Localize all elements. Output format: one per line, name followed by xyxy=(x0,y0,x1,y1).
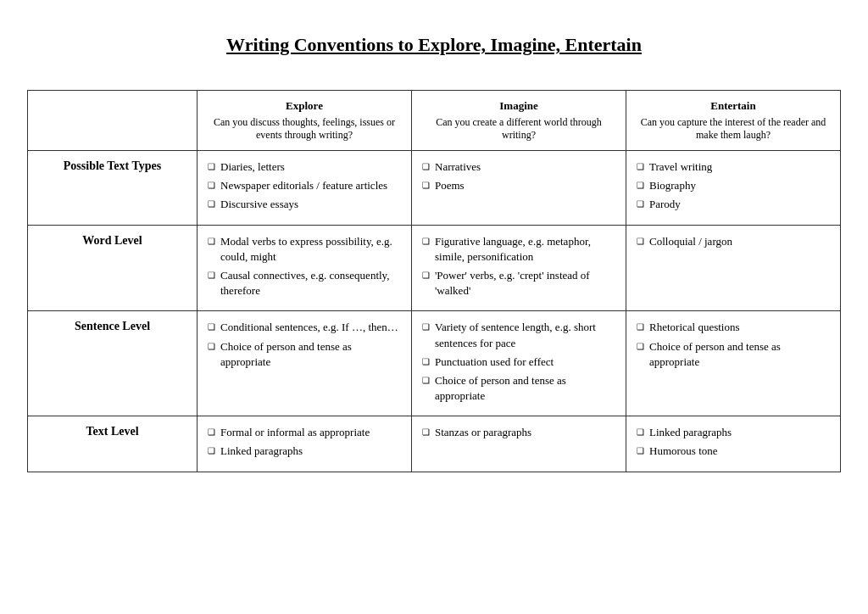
row-label-2: Sentence Level xyxy=(28,311,198,416)
list-item: Linked paragraphs xyxy=(637,425,830,440)
list-item: Newspaper editorials / feature articles xyxy=(208,178,401,193)
table-row: Sentence LevelConditional sentences, e.g… xyxy=(28,311,841,416)
cell-entertain-0: Travel writingBiographyParody xyxy=(626,151,841,226)
page-title: Writing Conventions to Explore, Imagine,… xyxy=(226,34,642,56)
cell-explore-1: Modal verbs to express possibility, e.g.… xyxy=(198,225,412,311)
cell-explore-3: Formal or informal as appropriateLinked … xyxy=(198,416,412,472)
conventions-table: Explore Can you discuss thoughts, feelin… xyxy=(27,90,841,472)
header-explore: Explore Can you discuss thoughts, feelin… xyxy=(198,91,412,151)
list-item: Choice of person and tense as appropriat… xyxy=(422,373,615,404)
list-item: Colloquial / jargon xyxy=(637,234,830,249)
list-item: Rhetorical questions xyxy=(637,320,830,335)
imagine-subtitle: Can you create a different world through… xyxy=(422,116,615,142)
row-label-3: Text Level xyxy=(28,416,198,472)
row-label-0: Possible Text Types xyxy=(28,151,198,226)
explore-label: Explore xyxy=(286,99,323,112)
cell-entertain-2: Rhetorical questionsChoice of person and… xyxy=(626,311,841,416)
list-item: Poems xyxy=(422,178,615,193)
list-item: Formal or informal as appropriate xyxy=(208,425,401,440)
imagine-label: Imagine xyxy=(499,99,538,112)
list-item: Diaries, letters xyxy=(208,159,401,175)
list-item: 'Power' verbs, e.g. 'crept' instead of '… xyxy=(422,268,615,299)
table-row: Text LevelFormal or informal as appropri… xyxy=(28,416,841,472)
list-item: Discursive essays xyxy=(208,197,401,212)
list-item: Conditional sentences, e.g. If …, then… xyxy=(208,320,401,335)
list-item: Choice of person and tense as appropriat… xyxy=(637,339,830,370)
header-empty xyxy=(28,91,198,151)
cell-entertain-3: Linked paragraphsHumorous tone xyxy=(626,416,841,472)
table-row: Possible Text TypesDiaries, lettersNewsp… xyxy=(28,151,841,226)
list-item: Humorous tone xyxy=(637,444,830,459)
list-item: Variety of sentence length, e.g. short s… xyxy=(422,320,615,350)
cell-imagine-0: NarrativesPoems xyxy=(412,151,626,226)
list-item: Modal verbs to express possibility, e.g.… xyxy=(208,234,401,265)
entertain-label: Entertain xyxy=(710,99,755,112)
list-item: Punctuation used for effect xyxy=(422,354,615,370)
cell-imagine-3: Stanzas or paragraphs xyxy=(412,416,626,472)
cell-entertain-1: Colloquial / jargon xyxy=(626,225,841,311)
table-row: Word LevelModal verbs to express possibi… xyxy=(28,225,841,311)
list-item: Travel writing xyxy=(637,159,830,175)
header-imagine: Imagine Can you create a different world… xyxy=(412,91,626,151)
cell-explore-0: Diaries, lettersNewspaper editorials / f… xyxy=(198,151,412,226)
list-item: Biography xyxy=(637,178,830,193)
explore-subtitle: Can you discuss thoughts, feelings, issu… xyxy=(208,116,401,142)
list-item: Choice of person and tense as appropriat… xyxy=(208,339,401,370)
cell-imagine-1: Figurative language, e.g. metaphor, simi… xyxy=(412,225,626,311)
row-label-1: Word Level xyxy=(28,225,198,311)
list-item: Causal connectives, e.g. consequently, t… xyxy=(208,268,401,299)
entertain-subtitle: Can you capture the interest of the read… xyxy=(637,116,830,142)
list-item: Narratives xyxy=(422,159,615,175)
list-item: Parody xyxy=(637,197,830,212)
cell-imagine-2: Variety of sentence length, e.g. short s… xyxy=(412,311,626,416)
cell-explore-2: Conditional sentences, e.g. If …, then…C… xyxy=(198,311,412,416)
list-item: Stanzas or paragraphs xyxy=(422,425,615,440)
list-item: Linked paragraphs xyxy=(208,444,401,459)
list-item: Figurative language, e.g. metaphor, simi… xyxy=(422,234,615,265)
header-entertain: Entertain Can you capture the interest o… xyxy=(626,91,841,151)
